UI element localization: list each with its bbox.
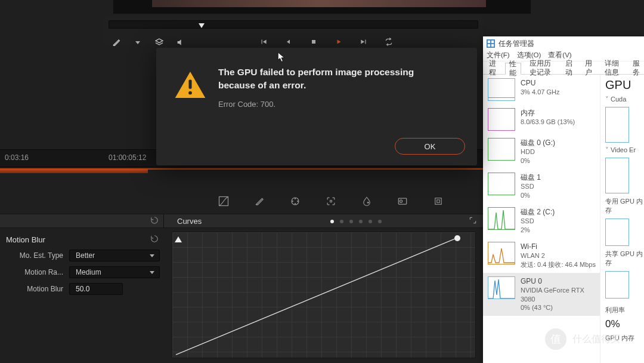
svg-rect-11 — [435, 198, 442, 205]
motion-range-select[interactable]: Medium — [69, 266, 160, 278]
sidebar-item-disk1[interactable]: 磁盘 1SSD0% — [483, 169, 600, 204]
window-shape-icon[interactable] — [288, 194, 302, 208]
disk2-sparkline-icon — [488, 207, 515, 230]
skip-back-icon[interactable] — [259, 37, 268, 47]
layers-icon[interactable] — [154, 37, 165, 48]
viewer-tool-icons — [111, 37, 186, 48]
dot-5-icon[interactable] — [369, 220, 372, 223]
sidebar-item-disk2[interactable]: 磁盘 2 (C:)SSD2% — [483, 204, 600, 238]
gpu-error-dialog: The GPU failed to perform image processi… — [156, 48, 477, 165]
dot-4-icon[interactable] — [359, 220, 363, 223]
curve-point-white[interactable] — [454, 235, 460, 241]
curves-mode-dots[interactable] — [330, 214, 382, 229]
disk2-sub1: SSD — [521, 217, 555, 226]
cpu-sparkline-icon — [488, 78, 515, 101]
detail-title: GPU — [605, 78, 644, 92]
blur-tool-icon[interactable] — [360, 194, 374, 208]
skip-forward-icon[interactable] — [359, 37, 369, 47]
dedicated-mem-graph — [605, 219, 629, 246]
gpu-sparkline-icon — [488, 276, 515, 299]
warning-icon — [174, 70, 206, 99]
error-code: Error Code: 700. — [218, 100, 460, 109]
dot-1-icon[interactable] — [330, 220, 334, 223]
watermark: 值 什么值得买 — [545, 328, 620, 350]
tab-services[interactable]: 服务 — [629, 62, 644, 74]
sidebar-item-memory[interactable]: 内存8.0/63.9 GB (13%) — [483, 104, 600, 134]
color-tools-row — [179, 190, 483, 213]
svg-point-5 — [295, 198, 296, 199]
tm-titlebar[interactable]: 任务管理器 — [483, 36, 644, 51]
disk1-sparkline-icon — [488, 173, 515, 195]
disk0-name: 磁盘 0 (G:) — [521, 138, 555, 147]
tracker-icon[interactable] — [324, 194, 338, 208]
disk0-sub1: HDD — [521, 147, 555, 156]
cuda-graph — [605, 107, 629, 143]
gpu-name: GPU 0 — [521, 276, 596, 286]
task-manager-icon — [487, 39, 495, 48]
mo-est-type-value: Better — [76, 251, 95, 260]
mo-est-type-select[interactable]: Better — [69, 250, 160, 262]
loop-icon[interactable] — [384, 37, 394, 47]
video-label: Video Er — [611, 146, 636, 153]
tm-sidebar: CPU3% 4.07 GHz 内存8.0/63.9 GB (13%) 磁盘 0 … — [483, 75, 600, 363]
sidebar-item-cpu[interactable]: CPU3% 4.07 GHz — [483, 75, 600, 104]
shared-mem-graph — [605, 271, 629, 299]
motion-blur-heading: Motion Blur — [6, 235, 45, 244]
wifi-sub1: WLAN 2 — [521, 251, 596, 260]
tm-title: 任务管理器 — [499, 39, 534, 49]
tm-tabs: 进程 性能 应用历史记录 启动 用户 详细信息 服务 — [483, 61, 644, 75]
mo-est-type-label: Mo. Est. Type — [6, 251, 69, 260]
play-icon[interactable] — [334, 37, 343, 47]
tab-details[interactable]: 详细信息 — [601, 62, 624, 74]
curve-line[interactable] — [172, 232, 475, 358]
scrubber-track[interactable] — [109, 20, 478, 29]
cuda-label: Cuda — [611, 96, 626, 103]
curves-tool-icon[interactable] — [216, 194, 231, 208]
tab-startup[interactable]: 启动 — [562, 62, 577, 74]
svg-point-4 — [298, 201, 299, 202]
curves-header: Curves — [0, 214, 483, 228]
dot-3-icon[interactable] — [349, 220, 353, 223]
disk0-sub2: 0% — [521, 156, 555, 165]
expand-icon[interactable] — [469, 216, 477, 226]
curve-point-top-marker[interactable] — [175, 236, 182, 242]
motion-blur-value: 50.0 — [76, 285, 89, 293]
svg-rect-19 — [491, 44, 494, 47]
speaker-icon[interactable] — [175, 37, 186, 48]
dot-2-icon[interactable] — [340, 220, 343, 223]
transport-controls — [259, 37, 394, 47]
chevron-down-icon[interactable] — [132, 37, 143, 48]
disk2-name: 磁盘 2 (C:) — [521, 207, 555, 217]
watermark-text: 什么值得买 — [572, 333, 620, 346]
sidebar-item-disk0[interactable]: 磁盘 0 (G:)HDD0% — [483, 134, 600, 169]
svg-rect-17 — [491, 41, 494, 43]
timecode-label-1: 0:03:16 — [5, 153, 29, 162]
cpu-name: CPU — [521, 78, 559, 88]
qualifier-eyedropper-icon[interactable] — [252, 194, 267, 208]
tab-app-history[interactable]: 应用历史记录 — [526, 62, 557, 74]
ok-button[interactable]: OK — [395, 138, 465, 155]
dedicated-mem-label: 专用 GPU 内存 — [605, 197, 644, 215]
motion-blur-input[interactable]: 50.0 — [69, 283, 123, 295]
stop-icon[interactable] — [309, 37, 318, 47]
sizing-tool-icon[interactable] — [431, 194, 445, 208]
step-back-icon[interactable] — [284, 37, 293, 47]
eyedropper-icon[interactable] — [111, 37, 122, 48]
tab-performance[interactable]: 性能 — [505, 63, 521, 75]
mouse-cursor-icon — [277, 52, 286, 63]
tab-processes[interactable]: 进程 — [485, 62, 500, 74]
dot-6-icon[interactable] — [378, 220, 382, 223]
svg-rect-16 — [488, 41, 490, 43]
sidebar-item-gpu[interactable]: GPU 0NVIDIA GeForce RTX 30800% (43 °C) — [483, 273, 600, 316]
reset-icon[interactable] — [150, 235, 160, 244]
curves-graph[interactable] — [172, 232, 476, 358]
timeline-clip[interactable] — [0, 170, 148, 173]
key-tool-icon[interactable] — [395, 194, 410, 208]
playhead-icon[interactable] — [199, 23, 205, 28]
sidebar-item-wifi[interactable]: Wi-FiWLAN 2发送: 0.4 接收: 46.4 Mbps — [483, 238, 600, 273]
error-title: The GPU failed to perform image processi… — [218, 66, 460, 91]
task-manager-window: 任务管理器 文件(F) 选项(O) 查看(V) 进程 性能 应用历史记录 启动 … — [483, 36, 644, 363]
reset-icon[interactable] — [150, 216, 159, 226]
viewer-strip — [113, 0, 531, 14]
tab-users[interactable]: 用户 — [581, 62, 596, 74]
